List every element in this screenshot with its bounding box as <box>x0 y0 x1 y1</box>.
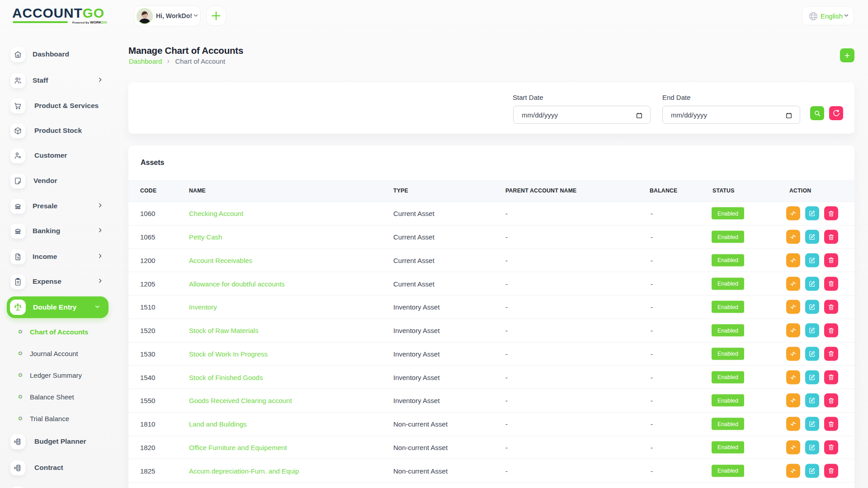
svg-text:$: $ <box>14 466 16 470</box>
svg-text:$: $ <box>14 440 16 444</box>
